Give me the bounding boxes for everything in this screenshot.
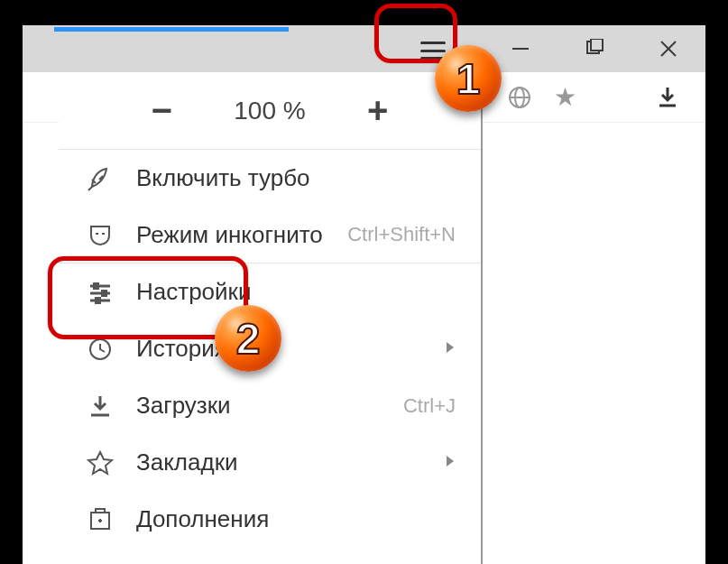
sliders-icon — [84, 276, 116, 309]
menu-item-incognito[interactable]: Режим инкогнито Ctrl+Shift+N — [59, 207, 481, 264]
menu-label: Режим инкогнито — [136, 221, 347, 249]
annotation-badge-1: 1 — [435, 45, 502, 112]
close-icon — [659, 39, 678, 59]
svg-rect-13 — [102, 291, 106, 296]
star-icon: ★ — [554, 82, 576, 112]
zoom-level: 100 % — [234, 97, 305, 125]
minimize-icon — [511, 39, 530, 59]
menu-label: Загрузки — [136, 392, 403, 420]
download-icon — [84, 390, 116, 422]
svg-rect-12 — [94, 283, 98, 289]
menu-label: История — [136, 335, 438, 363]
shortcut-label: Ctrl+Shift+N — [347, 223, 456, 246]
shortcut-label: Ctrl+J — [403, 394, 456, 418]
svg-rect-2 — [591, 39, 603, 51]
star-icon — [84, 447, 116, 479]
maximize-icon — [585, 39, 604, 59]
submenu-arrow-icon — [445, 340, 456, 358]
menu-item-settings[interactable]: Настройки — [59, 264, 481, 320]
globe-icon — [507, 85, 532, 110]
mask-icon — [84, 218, 116, 251]
maximize-button[interactable] — [558, 25, 631, 72]
title-bar — [23, 25, 705, 72]
menu-label: Настройки — [136, 278, 456, 306]
history-icon — [84, 333, 116, 365]
bookmark-button[interactable]: ★ — [550, 83, 579, 112]
menu-label: Дополнения — [136, 505, 456, 533]
menu-item-bookmarks[interactable]: Закладки — [59, 434, 481, 491]
zoom-in-button[interactable]: + — [360, 90, 396, 131]
menu-item-addons[interactable]: Дополнения — [59, 491, 481, 548]
menu-item-downloads[interactable]: Загрузки Ctrl+J — [59, 377, 481, 434]
active-tab-indicator — [54, 27, 289, 32]
download-icon — [656, 86, 679, 109]
downloads-button[interactable] — [653, 83, 682, 112]
browser-window: ★ − 100 % + Включить турбо Режим инкогни… — [23, 25, 705, 564]
menu-label: Закладки — [136, 448, 438, 476]
addons-icon — [84, 504, 116, 536]
submenu-arrow-icon — [445, 454, 456, 472]
zoom-out-button[interactable]: − — [143, 90, 180, 131]
site-info-button[interactable] — [505, 83, 534, 112]
annotation-badge-2: 2 — [215, 305, 281, 372]
zoom-controls: − 100 % + — [59, 72, 481, 150]
menu-item-turbo[interactable]: Включить турбо — [59, 150, 481, 207]
menu-label: Включить турбо — [136, 164, 456, 192]
close-button[interactable] — [631, 25, 705, 72]
rocket-icon — [84, 162, 116, 195]
svg-rect-14 — [96, 298, 100, 303]
window-controls — [484, 25, 705, 72]
